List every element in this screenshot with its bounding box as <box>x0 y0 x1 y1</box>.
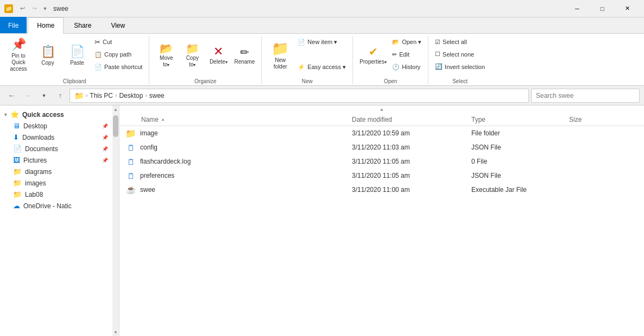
documents-pin-icon: 📌 <box>102 146 108 152</box>
col-header-type[interactable]: Type <box>467 116 565 123</box>
move-to-button[interactable]: 📂 Moveto▾ <box>154 36 179 73</box>
path-part-thispc[interactable]: This PC <box>90 92 113 99</box>
copy-to-button[interactable]: 📁 Copyto▾ <box>180 36 205 73</box>
file-row-flashcarddeck[interactable]: 🗒 flashcarddeck.log 3/11/2020 11:05 am 0… <box>119 154 644 169</box>
cut-button[interactable]: ✂ Cut <box>92 36 144 48</box>
invert-selection-button[interactable]: 🔄 Invert selection <box>433 61 487 73</box>
tab-home[interactable]: Home <box>28 17 64 34</box>
file-date-swee: 3/11/2020 11:00 am <box>348 186 467 194</box>
sidebar-item-diagrams[interactable]: 📁 diagrams <box>0 166 112 177</box>
invert-selection-icon: 🔄 <box>435 63 443 70</box>
edit-button[interactable]: ✏ Edit <box>390 48 424 60</box>
open-label: Open ▾ <box>402 39 421 46</box>
easy-access-label: Easy access ▾ <box>307 64 346 71</box>
file-area: ▲ Name ▲ Date modified Type Size 📁 image… <box>119 105 644 336</box>
title-bar-name: swee <box>53 5 68 13</box>
sidebar-item-downloads[interactable]: ⬇ Downloads 📌 <box>0 132 112 143</box>
history-button[interactable]: 🕐 History <box>390 61 424 73</box>
sort-up-icon: ▲ <box>161 117 165 122</box>
ribbon-tabs: File Home Share View <box>0 17 644 34</box>
easy-access-button[interactable]: ⚡ Easy access ▾ <box>295 61 348 73</box>
sidebar-item-onedrive[interactable]: ☁ OneDrive - Natic <box>0 200 112 211</box>
rename-button[interactable]: ✏ Rename <box>232 36 257 73</box>
minimize-button[interactable]: ─ <box>565 0 590 17</box>
cut-label: Cut <box>103 39 112 45</box>
search-input[interactable] <box>531 89 640 103</box>
edit-icon: ✏ <box>392 51 397 58</box>
file-row-config[interactable]: 🗒 config 3/11/2020 11:03 am JSON File <box>119 140 644 154</box>
filename-image: image <box>140 129 158 137</box>
onedrive-label: OneDrive - Natic <box>23 202 72 210</box>
address-path[interactable]: 📁 › This PC › Desktop › swee <box>70 89 529 103</box>
new-folder-label: Newfolder <box>274 57 287 70</box>
paste-button[interactable]: 📄 Paste <box>63 36 91 73</box>
new-content: 📁 Newfolder 📄 New item ▾ ⚡ Easy access ▾ <box>266 36 348 77</box>
paste-shortcut-label: Paste shortcut <box>104 64 142 70</box>
recent-locations-button[interactable]: ▼ <box>37 89 51 103</box>
file-row-swee[interactable]: ☕ swee 3/11/2020 11:00 am Executable Jar… <box>119 183 644 197</box>
forward-button[interactable]: → <box>21 89 35 103</box>
new-folder-button[interactable]: 📁 Newfolder <box>266 36 294 73</box>
sidebar-item-images[interactable]: 📁 images <box>0 177 112 189</box>
path-part-swee[interactable]: swee <box>149 92 165 99</box>
undo-button[interactable]: ↩ <box>17 4 27 14</box>
select-all-label: Select all <box>443 39 467 45</box>
quick-access-chevron: ▾ <box>4 112 7 117</box>
copy-button[interactable]: 📋 Copy <box>34 36 62 73</box>
properties-button[interactable]: ✔ Properties▾ <box>357 36 389 73</box>
onedrive-icon: ☁ <box>13 202 20 210</box>
copy-path-button[interactable]: 📋 Copy path <box>92 48 144 60</box>
folder-icon: 📁 <box>126 128 136 138</box>
close-button[interactable]: ✕ <box>615 0 640 17</box>
scroll-thumb[interactable] <box>113 115 118 137</box>
select-all-button[interactable]: ☑ Select all <box>433 36 487 48</box>
file-row-preferences[interactable]: 🗒 preferences 3/11/2020 11:05 am JSON Fi… <box>119 169 644 183</box>
address-bar: ← → ▼ ↑ 📁 › This PC › Desktop › swee <box>0 86 644 105</box>
path-part-desktop[interactable]: Desktop <box>119 92 143 99</box>
file-row-image[interactable]: 📁 image 3/11/2020 10:59 am File folder <box>119 126 644 140</box>
col-header-name[interactable]: Name ▲ <box>119 116 348 123</box>
pictures-pin-icon: 📌 <box>102 158 108 163</box>
back-button[interactable]: ← <box>4 89 18 103</box>
col-header-date[interactable]: Date modified <box>348 116 467 123</box>
file-name-config: 🗒 config <box>119 142 348 152</box>
file-type-preferences: JSON File <box>467 172 565 179</box>
scroll-down-button[interactable]: ▼ <box>112 328 119 336</box>
delete-label: Delete▾ <box>210 59 228 65</box>
ribbon-group-open: ✔ Properties▾ 📂 Open ▾ ✏ Edit 🕐 History <box>353 36 428 84</box>
file-list: 📁 image 3/11/2020 10:59 am File folder 🗒… <box>119 126 644 336</box>
redo-button[interactable]: ↪ <box>29 4 39 14</box>
path-folder-icon: 📁 <box>74 91 84 100</box>
paste-shortcut-button[interactable]: 📄 Paste shortcut <box>92 61 144 73</box>
downloads-icon: ⬇ <box>13 133 19 141</box>
tab-file[interactable]: File <box>0 17 27 33</box>
sidebar-scrollbar[interactable]: ▲ ▼ <box>112 105 119 336</box>
tab-view[interactable]: View <box>102 17 134 33</box>
sidebar-item-pictures[interactable]: 🖼 Pictures 📌 <box>0 154 112 166</box>
maximize-button[interactable]: □ <box>590 0 615 17</box>
rename-label: Rename <box>234 59 255 65</box>
file-name-flashcarddeck: 🗒 flashcarddeck.log <box>119 157 348 166</box>
pin-to-quick-access-button[interactable]: 📌 Pin to Quickaccess <box>4 36 33 73</box>
col-header-size[interactable]: Size <box>565 116 644 123</box>
up-button[interactable]: ↑ <box>53 89 67 103</box>
new-item-button[interactable]: 📄 New item ▾ <box>295 36 348 48</box>
ribbon-group-new: 📁 Newfolder 📄 New item ▾ ⚡ Easy access ▾… <box>262 36 353 84</box>
open-button[interactable]: 📂 Open ▾ <box>390 36 424 48</box>
quick-access-star-icon: ⭐ <box>10 110 19 119</box>
select-none-label: Select none <box>443 51 474 58</box>
file-name-preferences: 🗒 preferences <box>119 171 348 181</box>
qa-dropdown-button[interactable]: ▼ <box>41 4 49 14</box>
sidebar-item-documents[interactable]: 📄 Documents 📌 <box>0 143 112 154</box>
tab-share[interactable]: Share <box>65 17 100 33</box>
file-type-config: JSON File <box>467 144 565 151</box>
scroll-up-button[interactable]: ▲ <box>112 105 119 113</box>
select-none-button[interactable]: ☐ Select none <box>433 48 487 60</box>
copy-to-label: Copyto▾ <box>186 55 199 68</box>
quick-access-header[interactable]: ▾ ⭐ Quick access <box>0 109 112 120</box>
cut-icon: ✂ <box>94 38 100 46</box>
sidebar-item-lab08[interactable]: 📁 Lab08 <box>0 189 112 200</box>
history-icon: 🕐 <box>392 64 400 71</box>
sidebar-item-desktop[interactable]: 🖥 Desktop 📌 <box>0 120 112 132</box>
delete-button[interactable]: ✕ Delete▾ <box>206 36 231 73</box>
